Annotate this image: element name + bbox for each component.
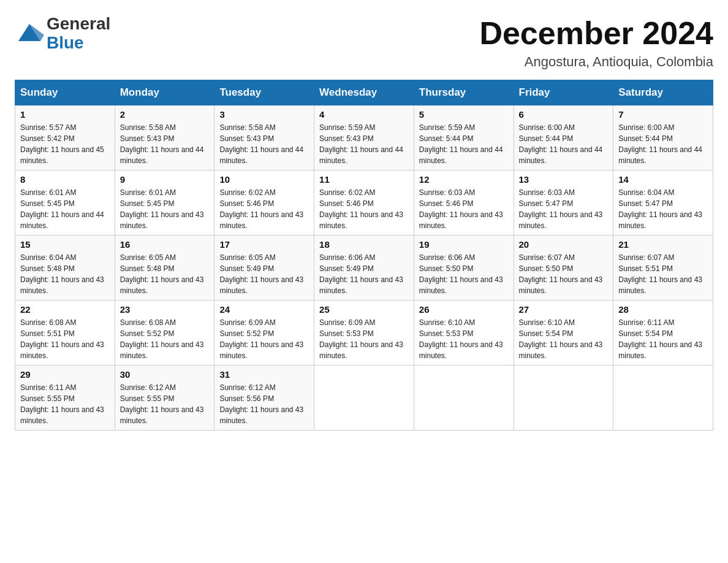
calendar-cell: 13Sunrise: 6:03 AMSunset: 5:47 PMDayligh… (514, 170, 613, 236)
day-info: Sunrise: 6:07 AMSunset: 5:50 PMDaylight:… (519, 252, 609, 296)
calendar-cell: 12Sunrise: 6:03 AMSunset: 5:46 PMDayligh… (414, 170, 514, 236)
day-number: 11 (319, 174, 409, 185)
day-number: 15 (20, 239, 110, 250)
logo-blue-text: Blue (47, 34, 110, 53)
calendar-cell: 6Sunrise: 6:00 AMSunset: 5:44 PMDaylight… (514, 105, 613, 170)
day-info: Sunrise: 6:12 AMSunset: 5:56 PMDaylight:… (219, 382, 309, 426)
day-number: 19 (419, 239, 509, 250)
calendar-cell: 19Sunrise: 6:06 AMSunset: 5:50 PMDayligh… (414, 236, 514, 301)
day-number: 23 (120, 304, 210, 315)
day-info: Sunrise: 6:06 AMSunset: 5:50 PMDaylight:… (419, 252, 509, 296)
calendar-cell: 26Sunrise: 6:10 AMSunset: 5:53 PMDayligh… (414, 301, 514, 366)
calendar-cell: 24Sunrise: 6:09 AMSunset: 5:52 PMDayligh… (214, 301, 314, 366)
day-number: 24 (219, 304, 309, 315)
calendar-table: SundayMondayTuesdayWednesdayThursdayFrid… (15, 80, 713, 431)
calendar-cell: 23Sunrise: 6:08 AMSunset: 5:52 PMDayligh… (115, 301, 214, 366)
calendar-cell: 29Sunrise: 6:11 AMSunset: 5:55 PMDayligh… (15, 366, 115, 431)
day-number: 1 (20, 109, 110, 120)
calendar-cell: 25Sunrise: 6:09 AMSunset: 5:53 PMDayligh… (314, 301, 414, 366)
calendar-cell: 31Sunrise: 6:12 AMSunset: 5:56 PMDayligh… (214, 366, 314, 431)
day-info: Sunrise: 6:05 AMSunset: 5:48 PMDaylight:… (120, 252, 210, 296)
day-info: Sunrise: 6:10 AMSunset: 5:53 PMDaylight:… (419, 317, 509, 361)
calendar-cell: 2Sunrise: 5:58 AMSunset: 5:43 PMDaylight… (115, 105, 214, 170)
day-number: 27 (519, 304, 609, 315)
calendar-cell: 20Sunrise: 6:07 AMSunset: 5:50 PMDayligh… (514, 236, 613, 301)
calendar-cell (414, 366, 514, 431)
calendar-cell (613, 366, 713, 431)
title-area: December 2024 Angostura, Antioquia, Colo… (479, 15, 713, 70)
calendar-week-row: 22Sunrise: 6:08 AMSunset: 5:51 PMDayligh… (15, 301, 713, 366)
day-number: 6 (519, 109, 609, 120)
calendar-cell: 16Sunrise: 6:05 AMSunset: 5:48 PMDayligh… (115, 236, 214, 301)
col-header-sunday: Sunday (15, 80, 115, 105)
calendar-week-row: 8Sunrise: 6:01 AMSunset: 5:45 PMDaylight… (15, 170, 713, 236)
col-header-tuesday: Tuesday (214, 80, 314, 105)
calendar-subtitle: Angostura, Antioquia, Colombia (479, 54, 713, 70)
day-number: 8 (20, 174, 110, 185)
day-number: 16 (120, 239, 210, 250)
day-info: Sunrise: 6:07 AMSunset: 5:51 PMDaylight:… (618, 252, 708, 296)
day-number: 26 (419, 304, 509, 315)
calendar-cell: 21Sunrise: 6:07 AMSunset: 5:51 PMDayligh… (613, 236, 713, 301)
day-number: 18 (319, 239, 409, 250)
day-number: 9 (120, 174, 210, 185)
calendar-cell: 10Sunrise: 6:02 AMSunset: 5:46 PMDayligh… (214, 170, 314, 236)
day-info: Sunrise: 6:08 AMSunset: 5:51 PMDaylight:… (20, 317, 110, 361)
day-info: Sunrise: 6:03 AMSunset: 5:47 PMDaylight:… (519, 187, 609, 231)
day-info: Sunrise: 6:01 AMSunset: 5:45 PMDaylight:… (120, 187, 210, 231)
day-number: 25 (319, 304, 409, 315)
calendar-cell: 1Sunrise: 5:57 AMSunset: 5:42 PMDaylight… (15, 105, 115, 170)
day-number: 3 (219, 109, 309, 120)
day-info: Sunrise: 6:12 AMSunset: 5:55 PMDaylight:… (120, 382, 210, 426)
day-number: 4 (319, 109, 409, 120)
calendar-cell: 5Sunrise: 5:59 AMSunset: 5:44 PMDaylight… (414, 105, 514, 170)
calendar-cell: 27Sunrise: 6:10 AMSunset: 5:54 PMDayligh… (514, 301, 613, 366)
day-info: Sunrise: 6:08 AMSunset: 5:52 PMDaylight:… (120, 317, 210, 361)
logo: General Blue (15, 15, 110, 53)
calendar-cell: 28Sunrise: 6:11 AMSunset: 5:54 PMDayligh… (613, 301, 713, 366)
day-info: Sunrise: 5:58 AMSunset: 5:43 PMDaylight:… (219, 122, 309, 166)
day-number: 30 (120, 369, 210, 380)
calendar-cell: 11Sunrise: 6:02 AMSunset: 5:46 PMDayligh… (314, 170, 414, 236)
calendar-cell (514, 366, 613, 431)
day-info: Sunrise: 5:59 AMSunset: 5:43 PMDaylight:… (319, 122, 409, 166)
day-number: 17 (219, 239, 309, 250)
day-number: 22 (20, 304, 110, 315)
day-number: 10 (219, 174, 309, 185)
day-info: Sunrise: 6:02 AMSunset: 5:46 PMDaylight:… (319, 187, 409, 231)
day-info: Sunrise: 6:00 AMSunset: 5:44 PMDaylight:… (618, 122, 708, 166)
calendar-cell (314, 366, 414, 431)
calendar-cell: 9Sunrise: 6:01 AMSunset: 5:45 PMDaylight… (115, 170, 214, 236)
calendar-cell: 22Sunrise: 6:08 AMSunset: 5:51 PMDayligh… (15, 301, 115, 366)
day-info: Sunrise: 6:09 AMSunset: 5:53 PMDaylight:… (319, 317, 409, 361)
day-number: 14 (618, 174, 708, 185)
day-number: 21 (618, 239, 708, 250)
day-info: Sunrise: 5:59 AMSunset: 5:44 PMDaylight:… (419, 122, 509, 166)
day-info: Sunrise: 5:57 AMSunset: 5:42 PMDaylight:… (20, 122, 110, 166)
day-info: Sunrise: 6:06 AMSunset: 5:49 PMDaylight:… (319, 252, 409, 296)
calendar-cell: 8Sunrise: 6:01 AMSunset: 5:45 PMDaylight… (15, 170, 115, 236)
day-info: Sunrise: 5:58 AMSunset: 5:43 PMDaylight:… (120, 122, 210, 166)
logo-general-text: General (47, 15, 110, 34)
calendar-week-row: 1Sunrise: 5:57 AMSunset: 5:42 PMDaylight… (15, 105, 713, 170)
day-info: Sunrise: 6:11 AMSunset: 5:54 PMDaylight:… (618, 317, 708, 361)
calendar-header-row: SundayMondayTuesdayWednesdayThursdayFrid… (15, 80, 713, 105)
day-info: Sunrise: 6:03 AMSunset: 5:46 PMDaylight:… (419, 187, 509, 231)
day-number: 28 (618, 304, 708, 315)
day-number: 5 (419, 109, 509, 120)
col-header-monday: Monday (115, 80, 214, 105)
calendar-cell: 3Sunrise: 5:58 AMSunset: 5:43 PMDaylight… (214, 105, 314, 170)
day-number: 20 (519, 239, 609, 250)
calendar-title: December 2024 (479, 15, 713, 52)
day-info: Sunrise: 6:01 AMSunset: 5:45 PMDaylight:… (20, 187, 110, 231)
calendar-week-row: 29Sunrise: 6:11 AMSunset: 5:55 PMDayligh… (15, 366, 713, 431)
day-info: Sunrise: 6:10 AMSunset: 5:54 PMDaylight:… (519, 317, 609, 361)
day-number: 13 (519, 174, 609, 185)
calendar-week-row: 15Sunrise: 6:04 AMSunset: 5:48 PMDayligh… (15, 236, 713, 301)
calendar-cell: 15Sunrise: 6:04 AMSunset: 5:48 PMDayligh… (15, 236, 115, 301)
day-info: Sunrise: 6:02 AMSunset: 5:46 PMDaylight:… (219, 187, 309, 231)
calendar-cell: 17Sunrise: 6:05 AMSunset: 5:49 PMDayligh… (214, 236, 314, 301)
col-header-friday: Friday (514, 80, 613, 105)
calendar-cell: 14Sunrise: 6:04 AMSunset: 5:47 PMDayligh… (613, 170, 713, 236)
day-info: Sunrise: 6:04 AMSunset: 5:47 PMDaylight:… (618, 187, 708, 231)
